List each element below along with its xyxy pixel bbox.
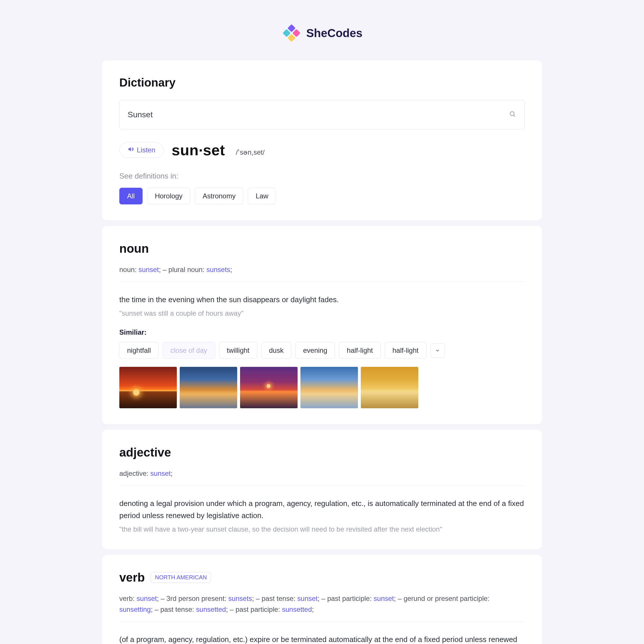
header-card: Dictionary Listen sun·set /ˈsənˌset/ See… [102, 60, 542, 220]
category-chip-row: AllHorologyAstronomyLaw [119, 188, 525, 204]
similar-chip[interactable]: twillight [219, 342, 257, 359]
similar-chip[interactable]: close of day [163, 342, 215, 359]
similar-chip[interactable]: nightfall [119, 342, 159, 359]
page-title: Dictionary [119, 76, 525, 89]
category-chip-horology[interactable]: Horology [147, 188, 190, 204]
volume-icon [128, 146, 134, 154]
search-icon[interactable] [509, 110, 516, 119]
thumbnail-image[interactable] [240, 367, 298, 408]
verb-card: verb NORTH AMERICAN verb: sunset; – 3rd … [102, 555, 542, 644]
brand-name: SheCodes [306, 27, 363, 40]
adjective-definition: denoting a legal provision under which a… [119, 498, 525, 522]
category-chip-all[interactable]: All [119, 188, 143, 204]
svg-line-5 [513, 115, 515, 116]
pos-verb-title: verb NORTH AMERICAN [119, 571, 525, 584]
thumbnail-image[interactable] [361, 367, 418, 408]
similar-chip[interactable]: dusk [261, 342, 292, 359]
listen-label: Listen [137, 146, 155, 154]
divider [119, 281, 525, 282]
similar-chip[interactable]: half-light [339, 342, 381, 359]
adjective-forms: adjective: sunset; [119, 468, 525, 479]
brand-header: SheCodes [102, 23, 542, 43]
verb-definition: (of a program, agency, regulation, etc.)… [119, 634, 525, 644]
pos-adjective-title: adjective [119, 446, 525, 459]
phonetic: /ˈsənˌset/ [236, 148, 265, 159]
adjective-card: adjective adjective: sunset; denoting a … [102, 430, 542, 549]
thumbnail-image[interactable] [180, 367, 237, 408]
category-chip-astronomy[interactable]: Astronomy [195, 188, 244, 204]
noun-example: "sunset was still a couple of hours away… [119, 309, 525, 317]
svg-point-4 [510, 112, 514, 116]
category-chip-law[interactable]: Law [248, 188, 276, 204]
search-box[interactable] [119, 100, 525, 129]
divider [119, 485, 525, 486]
see-definitions-label: See definitions in: [119, 172, 525, 181]
verb-forms: verb: sunset; – 3rd person present: suns… [119, 593, 525, 615]
thumbnail-row [119, 367, 525, 408]
similar-label: Similiar: [119, 328, 525, 336]
headword: sun·set [172, 141, 225, 159]
brand-logo-icon [281, 23, 302, 43]
listen-button[interactable]: Listen [119, 142, 164, 158]
noun-card: noun noun: sunset; – plural noun: sunset… [102, 226, 542, 424]
noun-definition: the time in the evening when the sun dis… [119, 294, 525, 306]
adjective-example: "the bill will have a two-year sunset cl… [119, 525, 525, 533]
thumbnail-image[interactable] [300, 367, 358, 408]
similar-chip[interactable]: half-light [385, 342, 426, 359]
expand-similar-button[interactable] [430, 343, 445, 358]
thumbnail-image[interactable] [119, 367, 177, 408]
search-input[interactable] [128, 110, 509, 119]
region-badge: NORTH AMERICAN [151, 572, 211, 583]
similar-chip[interactable]: evening [295, 342, 335, 359]
similar-row: nightfallclose of daytwillightduskevenin… [119, 342, 525, 359]
chevron-down-icon [435, 348, 440, 353]
pos-noun-title: noun [119, 242, 525, 256]
pos-verb-label: verb [119, 571, 145, 584]
noun-forms: noun: sunset; – plural noun: sunsets; [119, 264, 525, 275]
divider [119, 621, 525, 622]
